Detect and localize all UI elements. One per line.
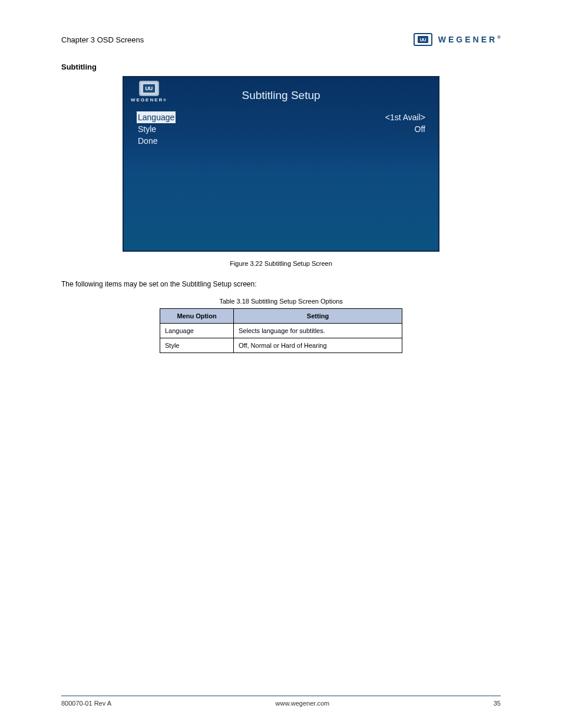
brand-text: WEGENER® <box>438 35 501 44</box>
brand-badge-icon: UU <box>414 33 432 46</box>
subtitling-options-table: Menu Option Setting Language Selects lan… <box>160 308 402 353</box>
table-header-setting: Setting <box>234 309 402 324</box>
menu-value-language: <1st Avail> <box>385 111 425 123</box>
section-heading-subtitling: Subtitling <box>61 62 501 71</box>
table-caption: Table 3.18 Subtitling Setup Screen Optio… <box>61 298 501 305</box>
table-cell: Language <box>160 324 234 338</box>
menu-row-style[interactable]: Style Off <box>137 123 425 135</box>
footer-page-number: 35 <box>494 700 501 707</box>
menu-label-done: Done <box>137 135 158 147</box>
table-cell: Off, Normal or Hard of Hearing <box>234 338 402 353</box>
figure-caption: Figure 3.22 Subtitling Setup Screen <box>61 260 501 267</box>
menu-row-language[interactable]: Language <1st Avail> <box>137 111 425 123</box>
table-header-option: Menu Option <box>160 309 234 324</box>
menu-label-style: Style <box>137 123 157 135</box>
ui-screen-title: Subtitling Setup <box>124 89 438 102</box>
footer-url: www.wegener.com <box>276 700 330 707</box>
table-row: Style Off, Normal or Hard of Hearing <box>160 338 402 353</box>
intro-text: The following items may be set on the Su… <box>61 279 501 289</box>
footer-doc-rev: 800070-01 Rev A <box>61 700 111 707</box>
ui-menu: Language <1st Avail> Style Off Done <box>137 111 425 147</box>
brand-logo: UU WEGENER® <box>414 33 501 46</box>
menu-row-done[interactable]: Done <box>137 135 425 147</box>
table-row: Language Selects language for subtitles. <box>160 324 402 338</box>
page-header: Chapter 3 OSD Screens UU WEGENER® <box>61 33 501 46</box>
menu-value-style: Off <box>415 123 425 135</box>
table-cell: Style <box>160 338 234 353</box>
menu-label-language: Language <box>137 111 176 123</box>
chapter-label: Chapter 3 OSD Screens <box>61 35 144 44</box>
subtitling-setup-screen: UU WEGENER® Subtitling Setup Language <1… <box>123 76 439 252</box>
page-footer: 800070-01 Rev A www.wegener.com 35 <box>61 696 501 707</box>
table-header-row: Menu Option Setting <box>160 309 402 324</box>
table-cell: Selects language for subtitles. <box>234 324 402 338</box>
